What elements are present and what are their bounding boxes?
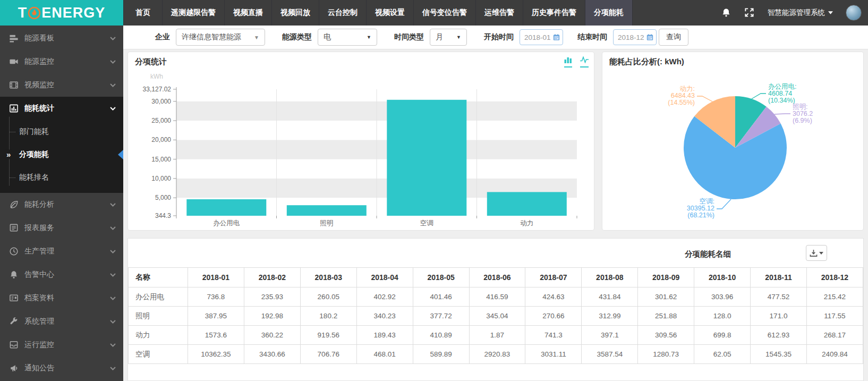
sidebar-menu: 能源看板能源监控视频监控能耗统计部门能耗»分项能耗能耗排名能耗分析报表服务生产管… bbox=[0, 26, 123, 380]
top-tab[interactable]: 信号变位告警 bbox=[414, 0, 476, 26]
top-tab[interactable]: 运维告警 bbox=[476, 0, 523, 26]
value-cell: 410.89 bbox=[413, 326, 469, 345]
value-cell: 260.05 bbox=[300, 287, 356, 307]
sidebar-group-film[interactable]: 视频监控 bbox=[0, 73, 123, 97]
magictype-bar-icon[interactable] bbox=[564, 56, 572, 67]
end-date-picker[interactable] bbox=[613, 29, 657, 45]
pie-chart-panel: 能耗占比分析(: kWh) 办公用电:4608.74(10.34%)照明:307… bbox=[602, 52, 864, 231]
value-cell: 397.1 bbox=[582, 326, 638, 345]
sidebar-group-leaf[interactable]: 能耗分析 bbox=[0, 193, 123, 216]
value-cell: 62.05 bbox=[694, 345, 751, 364]
topbar-right: 智慧能源管理系统 bbox=[721, 0, 868, 26]
notification-bell-icon[interactable] bbox=[721, 7, 731, 18]
top-tab[interactable]: 视频回放 bbox=[272, 0, 319, 26]
chevron-down-icon bbox=[110, 107, 116, 111]
sidebar: T ENERGY 能源看板能源监控视频监控能耗统计部门能耗»分项能耗能耗排名能耗… bbox=[0, 0, 123, 381]
top-tab[interactable]: 遥测越限告警 bbox=[163, 0, 225, 26]
energy-type-select-value: 电 bbox=[324, 32, 331, 42]
clock-icon bbox=[9, 247, 19, 256]
sidebar-group-card[interactable]: 档案资料 bbox=[0, 286, 123, 310]
sidebar-group-label: 运行监控 bbox=[24, 340, 110, 350]
time-type-select[interactable]: 月 ▼ bbox=[430, 29, 467, 46]
company-select[interactable]: 许继信息智慧能源 ▼ bbox=[176, 29, 265, 46]
sidebar-group-chart[interactable]: 能耗统计 bbox=[0, 97, 123, 120]
chevron-down-icon: ▼ bbox=[254, 35, 259, 40]
sidebar-group-label: 能源监控 bbox=[24, 57, 110, 66]
charts-row: 分项统计 344.35,00010,00015,00020,00025,0003… bbox=[127, 52, 864, 231]
sidebar-group-label: 视频监控 bbox=[24, 80, 110, 90]
top-tab[interactable]: 分项能耗 bbox=[585, 0, 633, 26]
pie-label-3: 动力:6484.43(14.55%) bbox=[668, 85, 695, 106]
start-date-input[interactable] bbox=[524, 33, 553, 41]
chevron-down-icon: ▼ bbox=[367, 35, 371, 40]
sidebar-group-bell[interactable]: 告警中心 bbox=[0, 263, 123, 286]
sidebar-group-label: 报表服务 bbox=[24, 223, 110, 233]
value-cell: 377.72 bbox=[413, 307, 469, 326]
query-button[interactable]: 查询 bbox=[659, 29, 688, 46]
horn-icon bbox=[9, 363, 19, 373]
table-header-row: 名称2018-012018-022018-032018-042018-05201… bbox=[129, 268, 863, 287]
bar-0 bbox=[186, 199, 266, 216]
logo-text-prefix: T bbox=[18, 5, 28, 21]
sidebar-group-label: 档案资料 bbox=[24, 293, 110, 303]
sidebar-group-camera[interactable]: 能源监控 bbox=[0, 50, 123, 73]
top-tab[interactable]: 视频设置 bbox=[367, 0, 414, 26]
system-name-label: 智慧能源管理系统 bbox=[768, 8, 825, 18]
detail-table-header: 分项能耗名细 bbox=[128, 239, 863, 267]
sidebar-subitem[interactable]: »分项能耗 bbox=[0, 143, 123, 166]
report-icon bbox=[9, 223, 19, 233]
value-cell: 2920.83 bbox=[469, 345, 525, 364]
sidebar-group-report[interactable]: 报表服务 bbox=[0, 216, 123, 240]
value-cell: 215.42 bbox=[806, 287, 863, 307]
svg-text:25,000: 25,000 bbox=[151, 117, 171, 124]
sidebar-group-drawer[interactable]: 运行监控 bbox=[0, 333, 123, 357]
value-cell: 309.56 bbox=[638, 326, 694, 345]
chevron-down-icon bbox=[110, 250, 116, 253]
sidebar-subitem[interactable]: 部门能耗 bbox=[0, 120, 123, 143]
time-type-select-value: 月 bbox=[436, 32, 443, 42]
value-cell: 706.76 bbox=[300, 345, 356, 364]
chevron-down-icon bbox=[110, 60, 116, 64]
sidebar-subitem[interactable]: 能耗排名 bbox=[0, 166, 123, 189]
top-tab[interactable]: 视频直播 bbox=[225, 0, 272, 26]
value-cell: 301.62 bbox=[638, 287, 694, 307]
system-name-dropdown[interactable]: 智慧能源管理系统 bbox=[768, 8, 833, 18]
table-column-header: 2018-09 bbox=[638, 268, 694, 287]
top-tab[interactable]: 历史事件告警 bbox=[523, 0, 585, 26]
user-avatar[interactable] bbox=[846, 5, 862, 21]
sidebar-group-board[interactable]: 能源看板 bbox=[0, 27, 123, 50]
bell-icon bbox=[9, 270, 19, 280]
caret-down-icon bbox=[819, 252, 823, 255]
svg-text:30,000: 30,000 bbox=[151, 98, 171, 105]
sidebar-group-wrench[interactable]: 系统管理 bbox=[0, 310, 123, 333]
table-row: 照明387.95192.98180.2340.23377.72345.04270… bbox=[129, 307, 863, 326]
value-cell: 235.93 bbox=[244, 287, 300, 307]
export-button[interactable] bbox=[806, 245, 827, 261]
sidebar-group-clock[interactable]: 生产管理 bbox=[0, 240, 123, 263]
energy-type-select[interactable]: 电 ▼ bbox=[318, 29, 377, 46]
chevron-down-icon bbox=[110, 273, 116, 277]
bar-2 bbox=[387, 100, 466, 216]
wrench-icon bbox=[9, 317, 19, 326]
top-navigation: 首页遥测越限告警视频直播视频回放云台控制视频设置信号变位告警运维告警历史事件告警… bbox=[123, 0, 868, 26]
filter-bar: 企业 许继信息智慧能源 ▼ 能源类型 电 ▼ 时间类型 月 ▼ 开始时间 结束时… bbox=[123, 26, 868, 49]
start-date-picker[interactable] bbox=[520, 29, 563, 45]
value-cell: 468.01 bbox=[356, 345, 413, 364]
value-cell: 699.8 bbox=[694, 326, 751, 345]
sidebar-group-horn[interactable]: 通知公告 bbox=[0, 357, 123, 380]
value-cell: 736.8 bbox=[188, 287, 244, 307]
svg-text:344.3: 344.3 bbox=[155, 212, 171, 219]
magictype-line-icon[interactable] bbox=[580, 56, 589, 67]
end-date-input[interactable] bbox=[618, 33, 646, 41]
value-cell: 189.43 bbox=[356, 326, 413, 345]
top-tab[interactable]: 云台控制 bbox=[319, 0, 367, 26]
svg-text:空调: 空调 bbox=[420, 219, 433, 227]
value-cell: 340.23 bbox=[356, 307, 413, 326]
value-cell: 477.52 bbox=[751, 287, 807, 307]
table-column-header: 名称 bbox=[129, 268, 188, 287]
value-cell: 919.56 bbox=[300, 326, 356, 345]
detail-table-title: 分项能耗名细 bbox=[685, 249, 731, 259]
svg-text:kWh: kWh bbox=[150, 73, 163, 80]
top-tab[interactable]: 首页 bbox=[123, 0, 163, 26]
fullscreen-icon[interactable] bbox=[744, 7, 755, 18]
